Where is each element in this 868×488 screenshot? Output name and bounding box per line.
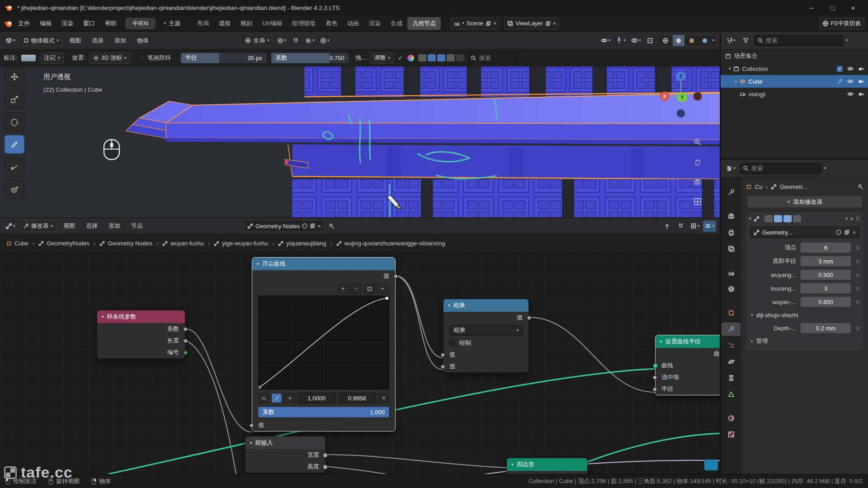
curve-point-x-field[interactable]: 1.0000 [297,393,336,404]
tab-material[interactable] [722,412,741,425]
mask-option-button[interactable] [456,54,464,61]
breadcrumb-item[interactable]: GeometryNodes [38,240,90,247]
display-editmode-toggle[interactable] [774,215,782,222]
menu-file[interactable]: 文件 [14,18,34,29]
workspace-tab-rendering[interactable]: 渲染 [364,17,386,30]
workspace-tab-compositing[interactable]: 合成 [386,17,407,30]
node-menu-node[interactable]: 节点 [127,220,147,232]
mask-option-button[interactable] [447,54,455,61]
editor-type-dropdown[interactable]: ▾ [4,221,17,232]
subsection-manage[interactable]: ▾ 管理 [745,335,864,347]
menu-window[interactable]: 窗口 [79,18,99,29]
workspace-tab-sculpt[interactable]: 雕刻 [236,17,257,30]
node-header[interactable]: ▾ 设置曲线半径 [656,335,720,348]
attribute-toggle-dot[interactable] [856,260,859,263]
menu-edit[interactable]: 编辑 [35,18,56,29]
collapse-icon[interactable]: ▾ [448,304,450,308]
modifier-wrench-icon[interactable] [837,79,843,84]
xray-toggle-button[interactable] [644,35,656,46]
pin-button[interactable] [326,221,338,232]
drag-mode-dropdown[interactable]: 调整 ▾ [370,52,394,64]
breadcrumb-item[interactable]: Geometry Nodes [99,240,152,247]
node-header[interactable]: ▾ 四边形 [507,458,587,471]
collapse-icon[interactable]: ▾ [660,340,662,344]
vertices-value-field[interactable]: 6 [800,242,851,253]
outliner-row-scene-collection[interactable]: 场景集合 [721,50,868,62]
shading-material-button[interactable] [686,35,698,46]
factor-slider[interactable]: 系数 0.750 [271,52,349,64]
unlink-icon[interactable]: × [317,223,321,230]
tree-type-dropdown[interactable]: 修改器 ▾ [19,221,57,232]
clamp-checkbox[interactable] [449,340,456,346]
placement-dropdown[interactable]: 3D 游标 ▾ [89,52,131,64]
fake-user-shield-icon[interactable] [836,230,841,235]
tab-tool[interactable] [722,186,741,199]
breadcrumb-item[interactable]: yiquanwujiliang [278,240,326,247]
subsection-diji-shuju-shezhi[interactable]: ▾ diji-shuju-shezhi [745,309,864,321]
radius-slider[interactable]: 半径 35 px [180,52,267,64]
tab-render[interactable] [722,210,741,223]
mask-option-button[interactable] [418,54,426,61]
zoom-button[interactable] [691,135,704,149]
collapse-icon[interactable]: ▾ [511,463,514,467]
check-icon[interactable]: ✓ [398,54,403,61]
pin-icon[interactable] [858,184,863,190]
snap-toggle-button[interactable] [290,35,302,46]
disable-render-camera-icon[interactable] [858,91,864,97]
depth-value-field[interactable]: 0.2 mm [800,323,851,333]
collection-checkbox[interactable]: ✓ [837,66,843,72]
new-copy-icon[interactable] [310,223,315,229]
display-render-toggle[interactable] [793,215,801,222]
color-wheel-icon[interactable] [407,54,415,62]
tool-add-cube-button[interactable] [5,180,24,199]
collapse-icon[interactable]: ▾ [749,217,751,221]
node-float-curve[interactable]: ▾ 浮点曲线 值 + − ▾ [252,257,396,432]
editor-type-dropdown[interactable]: ▾ [724,35,737,46]
delete-point-button[interactable]: × [378,393,389,403]
wuyang-value-field[interactable]: 0.500 [800,269,851,280]
breadcrumb-object[interactable]: Cu [755,183,763,190]
zoom-in-button[interactable]: + [338,284,349,294]
expand-icon[interactable]: ▾ [734,80,738,83]
add-modifier-button[interactable]: + 添加修改器 [747,196,863,208]
expand-icon[interactable]: ▾ [729,67,731,71]
tool-move-button[interactable] [5,67,24,86]
base-radius-value-field[interactable]: 3 mm [800,256,851,267]
disable-render-camera-icon[interactable] [858,78,864,84]
display-edit-cage-toggle[interactable] [764,215,773,222]
attribute-toggle-dot[interactable] [856,300,859,304]
pan-button[interactable] [691,155,704,169]
properties-search[interactable] [740,163,821,174]
blender-menu-icon[interactable] [4,19,13,28]
editor-type-dropdown[interactable]: ▾ [724,163,737,174]
node-group-input[interactable]: ▾ 组输入 宽度 高度 [245,436,326,473]
node-quadrilateral[interactable]: ▾ 四边形 [506,458,588,474]
curve-widget[interactable] [258,296,389,389]
curve-options-button[interactable] [364,284,375,294]
node-snap-target-dropdown[interactable]: ▾ [689,221,702,232]
node-group-name-field[interactable]: Geometry... × [750,226,859,238]
visibility-dropdown[interactable]: ▾ [599,35,613,46]
modifier-panel-header[interactable]: ▾ ▾ × ⠿ [745,212,864,225]
collapse-icon[interactable]: ▾ [250,441,252,445]
menu-render[interactable]: 渲染 [57,18,78,29]
workspace-tab-texturepaint[interactable]: 纹理喷绘 [287,17,321,30]
socket-height-output[interactable] [323,465,328,469]
outliner-row-cube[interactable]: ▾ Cube [721,75,868,88]
theme-dropdown[interactable]: ▾ 主题 [160,18,185,29]
node-snap-toggle[interactable] [675,221,687,232]
outliner-row-camera[interactable]: xiangji [721,88,868,100]
socket-curve-input[interactable] [653,363,658,368]
object-checkbox[interactable] [837,91,843,97]
viewport-menu-select[interactable]: 选择 [87,35,108,47]
viewport-menu-object[interactable]: 物体 [132,35,153,47]
viewlayer-selector[interactable]: ViewLayer × [504,18,559,29]
attribute-toggle-dot[interactable] [856,327,859,330]
tool-measure-button[interactable] [5,158,24,176]
stabilize-stroke-checkbox[interactable]: 笔画防抖 [139,54,171,62]
gizmos-dropdown[interactable]: ▾ [614,35,627,46]
translate-plugin-button[interactable]: F5中英切换 [819,18,864,29]
breadcrumb-modifier[interactable]: Geometr... [780,183,807,190]
tab-output[interactable] [722,226,741,239]
tab-particles[interactable] [722,339,741,352]
